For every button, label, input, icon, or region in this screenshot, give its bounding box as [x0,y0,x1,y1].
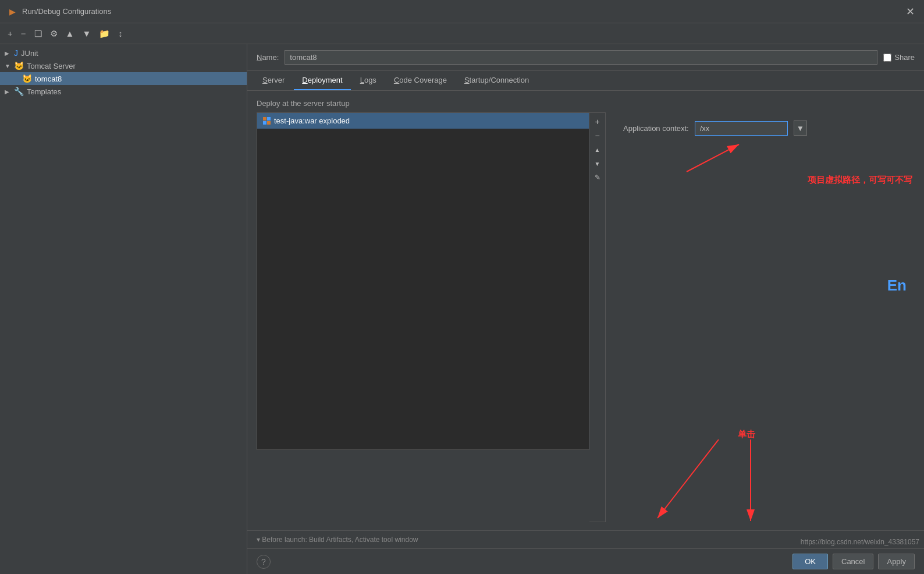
before-launch-bar: ▾ Before launch: Build Artifacts, Activa… [247,530,924,548]
window-title: Run/Debug Configurations [22,7,904,16]
expand-arrow-templates: ▶ [5,88,13,95]
cancel-button[interactable]: Cancel [833,554,873,569]
tab-server[interactable]: Server [254,71,293,90]
main-layout: ▶ J JUnit ▼ 🐱 Tomcat Server 🐱 tomcat8 ▶ … [0,44,924,574]
share-label: Share [894,53,915,62]
deploy-header: Deploy at the server startup [257,99,915,108]
tab-deployment[interactable]: Deployment [294,71,350,90]
tomcat-server-label: Tomcat Server [27,62,76,70]
app-context-label: Application context: [623,124,689,133]
tomcat-server-icon: 🐱 [14,61,24,70]
tab-code-coverage[interactable]: Code Coverage [386,71,455,90]
title-bar: ▶ Run/Debug Configurations ✕ [0,0,924,23]
folder-button[interactable]: 📁 [96,27,113,41]
add-config-button[interactable]: + [5,27,16,40]
templates-label: Templates [27,87,61,96]
expand-arrow-tomcat: ▼ [5,63,13,69]
war-item-label: test-java:war exploded [274,116,350,125]
deploy-add-button[interactable]: + [591,115,604,128]
tree-item-templates[interactable]: ▶ 🔧 Templates [0,85,247,98]
junit-icon: J [14,48,18,58]
copy-config-button[interactable]: ❑ [31,27,45,41]
tab-startup-connection[interactable]: Startup/Connection [456,71,537,90]
expand-arrow-junit: ▶ [5,50,13,56]
deploy-down-button[interactable]: ▼ [591,157,604,170]
ok-button[interactable]: OK [792,554,828,569]
tomcat8-label: tomcat8 [35,75,62,83]
move-down-button[interactable]: ▼ [79,27,94,40]
deploy-up-button[interactable]: ▲ [591,143,604,156]
deploy-edit-button[interactable]: ✎ [591,171,604,184]
deploy-sidebar: + − ▲ ▼ ✎ [589,112,606,522]
share-checkbox[interactable] [883,54,891,62]
deployment-content: Deploy at the server startup [247,91,924,530]
settings-button[interactable]: ⚙ [47,27,61,41]
app-context-area: Application context: ▼ [606,112,827,522]
remove-config-button[interactable]: − [18,27,29,40]
tree-item-tomcat-server[interactable]: ▼ 🐱 Tomcat Server [0,59,247,72]
left-panel: ▶ J JUnit ▼ 🐱 Tomcat Server 🐱 tomcat8 ▶ … [0,44,247,574]
tab-logs[interactable]: Logs [352,71,385,90]
name-row: Name: Share [247,44,924,71]
before-launch-label: ▾ Before launch: Build Artifacts, Activa… [257,536,418,544]
deploy-list-item-war[interactable]: test-java:war exploded [257,113,589,129]
tree-item-junit[interactable]: ▶ J JUnit [0,47,247,59]
junit-label: JUnit [21,49,38,58]
apply-button[interactable]: Apply [878,554,915,569]
tomcat8-icon: 🐱 [22,74,32,83]
tree-item-tomcat8[interactable]: 🐱 tomcat8 [0,72,247,85]
tabs-bar: Server Deployment Logs Code Coverage Sta… [247,71,924,91]
deploy-remove-button[interactable]: − [591,129,604,142]
app-context-input[interactable] [695,121,788,136]
name-label: Name: [257,53,279,62]
deploy-area: test-java:war exploded + − ▲ ▼ ✎ [257,112,606,522]
app-context-row: Application context: ▼ [623,121,827,136]
templates-icon: 🔧 [14,87,24,96]
war-exploded-icon [263,117,271,125]
right-panel: Name: Share Server Deployment Logs Code … [247,44,924,574]
sort-button[interactable]: ↕ [115,27,126,40]
window-icon: ▶ [7,6,17,17]
close-button[interactable]: ✕ [904,5,917,18]
share-area: Share [883,53,915,62]
name-input[interactable] [285,50,877,65]
config-tree: ▶ J JUnit ▼ 🐱 Tomcat Server 🐱 tomcat8 ▶ … [0,44,247,574]
deploy-list: test-java:war exploded [257,112,589,450]
help-button[interactable]: ? [257,555,271,569]
app-context-dropdown-button[interactable]: ▼ [794,121,807,136]
bottom-bar: ? OK Cancel Apply [247,548,924,574]
bottom-left: ? [257,555,271,569]
toolbar: + − ❑ ⚙ ▲ ▼ 📁 ↕ [0,23,924,44]
move-up-button[interactable]: ▲ [63,27,77,40]
right-content-area: test-java:war exploded + − ▲ ▼ ✎ [257,112,915,522]
